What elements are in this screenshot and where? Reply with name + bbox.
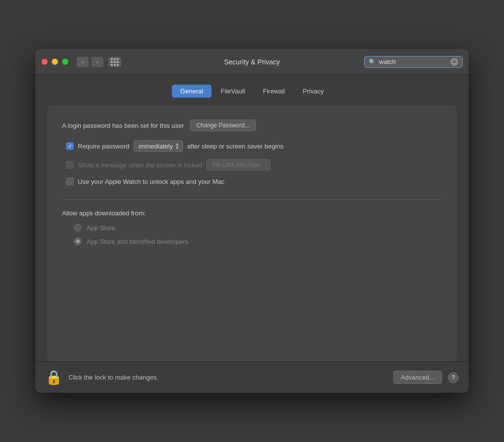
dropdown-arrows-icon: ▲▼ [175,142,180,150]
help-button[interactable]: ? [448,372,459,383]
settings-panel: A login password has been set for this u… [47,106,457,361]
window-title: Security & Privacy [224,58,280,66]
change-password-button[interactable]: Change Password... [190,119,256,131]
search-icon: 🔍 [369,59,376,65]
close-button[interactable] [41,59,48,65]
require-password-label: Require password [78,143,129,150]
lock-message-checkbox[interactable] [66,161,74,169]
apple-watch-row: Use your Apple Watch to unlock apps and … [66,177,442,185]
traffic-lights [41,59,68,65]
minimize-button[interactable] [52,59,58,65]
lock-message-row: Show a message when the screen is locked… [66,159,442,171]
password-timing-dropdown[interactable]: immediately ▲▼ [133,140,183,152]
password-label: A login password has been set for this u… [62,122,184,129]
search-input[interactable] [379,58,447,65]
dropdown-value: immediately [139,143,173,150]
allow-apps-label: Allow apps downloaded from: [62,209,442,217]
radio-app-store-identified[interactable] [74,237,82,245]
lock-message-label: Show a message when the screen is locked [78,161,202,169]
lock-icon[interactable]: 🔒 [45,371,63,384]
tab-firewall[interactable]: Firewall [254,85,293,98]
titlebar: ‹ › Security & Privacy 🔍 ✕ [35,49,469,75]
radio-row-app-store-identified: App Store and identified developers [74,237,442,245]
tab-bar: General FileVault Firewall Privacy [47,85,457,98]
tab-filevault[interactable]: FileVault [213,85,254,98]
allow-apps-radio-group: App Store App Store and identified devel… [74,224,442,245]
tab-general[interactable]: General [172,85,211,98]
require-password-row: Require password immediately ▲▼ after sl… [66,140,442,152]
radio-app-store-identified-label: App Store and identified developers [87,238,188,245]
bottom-bar: 🔒 Click the lock to make changes. Advanc… [35,361,469,393]
password-row: A login password has been set for this u… [62,119,442,131]
maximize-button[interactable] [62,59,68,65]
require-password-suffix: after sleep or screen saver begins [187,143,284,150]
back-button[interactable]: ‹ [76,57,89,67]
app-grid-button[interactable] [108,57,122,67]
require-password-checkbox[interactable] [66,142,74,150]
apple-watch-checkbox[interactable] [66,177,74,185]
nav-buttons: ‹ › [76,57,104,67]
set-lock-message-button: Set Lock Message... [206,159,271,171]
radio-row-app-store: App Store [74,224,442,232]
main-window: ‹ › Security & Privacy 🔍 ✕ General FileV… [35,49,469,393]
clear-search-button[interactable]: ✕ [450,58,458,66]
lock-text: Click the lock to make changes. [68,374,387,381]
search-bar[interactable]: 🔍 ✕ [364,56,463,68]
forward-button[interactable]: › [91,57,104,67]
content-area: General FileVault Firewall Privacy A log… [35,75,469,361]
radio-app-store[interactable] [74,224,82,232]
section-divider [62,199,442,200]
tab-privacy[interactable]: Privacy [294,85,332,98]
radio-app-store-label: App Store [87,224,115,232]
grid-icon [111,58,119,66]
apple-watch-label: Use your Apple Watch to unlock apps and … [78,178,224,185]
advanced-button[interactable]: Advanced... [393,371,442,384]
